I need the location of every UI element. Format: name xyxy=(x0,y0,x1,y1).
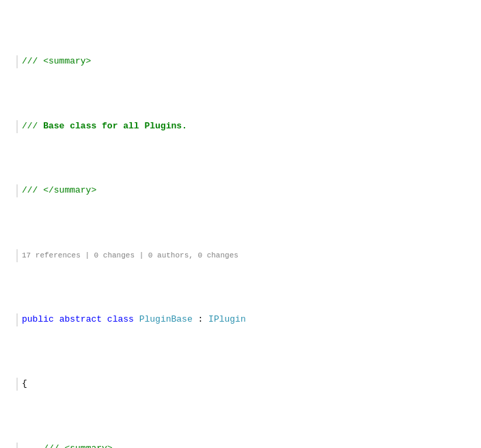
meta-info: 17 references | 0 changes | 0 authors, 0… xyxy=(22,251,238,260)
line-gutter xyxy=(5,249,18,262)
code-line: 17 references | 0 changes | 0 authors, 0… xyxy=(0,249,481,262)
line-gutter xyxy=(5,443,18,448)
line-content: /// Base class for all Plugins. xyxy=(22,120,476,133)
line-content: /// <summary> xyxy=(22,55,476,68)
comment: /// Base class for all Plugins. xyxy=(22,121,187,131)
keyword: abstract xyxy=(59,314,102,324)
comment: /// <summary> xyxy=(22,56,91,66)
comment: /// <summary> xyxy=(22,443,113,448)
class-name: PluginBase xyxy=(139,314,193,324)
code-line: /// </summary> xyxy=(0,184,481,197)
line-gutter xyxy=(5,378,18,391)
keyword: public xyxy=(22,314,54,324)
line-gutter xyxy=(5,55,18,68)
line-content: public abstract class PluginBase : IPlug… xyxy=(22,313,476,326)
code-line: { xyxy=(0,378,481,391)
code-line: /// Base class for all Plugins. xyxy=(0,120,481,133)
keyword: class xyxy=(107,314,134,324)
line-content: 17 references | 0 changes | 0 authors, 0… xyxy=(22,249,476,262)
line-gutter xyxy=(5,184,18,197)
code-line: public abstract class PluginBase : IPlug… xyxy=(0,313,481,326)
line-content: { xyxy=(22,378,476,391)
comment: /// </summary> xyxy=(22,185,96,195)
interface-name: IPlugin xyxy=(208,314,246,324)
code-container: /// <summary> /// Base class for all Plu… xyxy=(0,0,481,448)
code-line: /// <summary> xyxy=(0,443,481,448)
line-content: /// <summary> xyxy=(22,443,476,448)
line-content: /// </summary> xyxy=(22,184,476,197)
line-gutter xyxy=(5,120,18,133)
code-line: /// <summary> xyxy=(0,55,481,68)
line-gutter xyxy=(5,313,18,326)
